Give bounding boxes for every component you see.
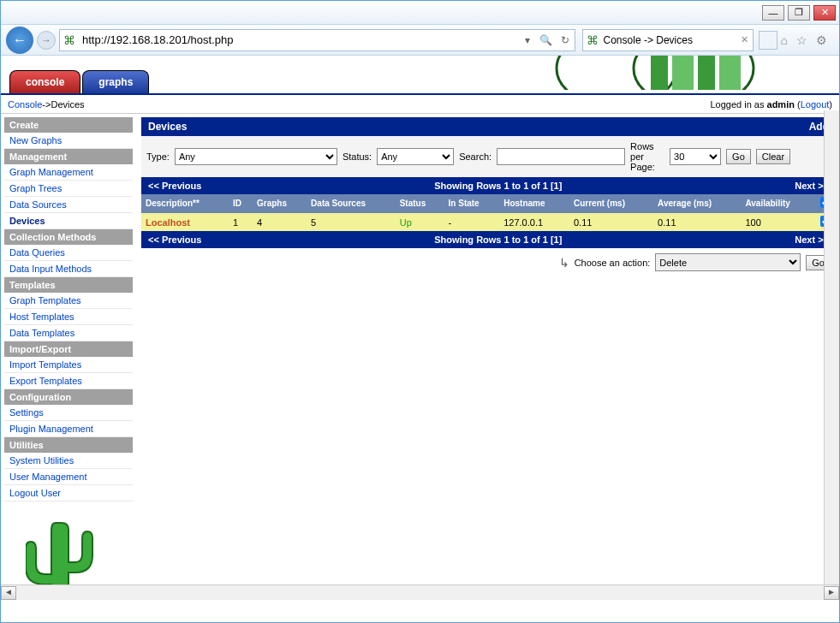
url-dropdown-icon[interactable]: ▾ bbox=[518, 34, 537, 46]
scroll-left-icon[interactable]: ◄ bbox=[1, 586, 16, 600]
search-icon[interactable]: 🔍 bbox=[537, 34, 556, 46]
browser-toolbar: ← → ⌘ ▾ 🔍 ↻ ⌘ Console -> Devices ✕ ⌂ ☆ ⚙ bbox=[1, 25, 839, 56]
action-row: ↳ Choose an action: Delete Go bbox=[141, 248, 836, 276]
table-row[interactable]: Localhost145Up-127.0.0.10.110.11100 bbox=[141, 213, 836, 231]
back-button[interactable]: ← bbox=[6, 27, 33, 54]
col-hostname[interactable]: Hostname bbox=[499, 194, 569, 213]
sidebar-item-user-management[interactable]: User Management bbox=[4, 469, 133, 485]
table-header-row: Description** ID Graphs Data Sources Sta… bbox=[141, 194, 836, 213]
svg-rect-5 bbox=[719, 56, 741, 90]
horizontal-scrollbar[interactable]: ◄ ► bbox=[1, 584, 839, 600]
sidebar-item-export-templates[interactable]: Export Templates bbox=[4, 373, 133, 389]
sidebar-item-system-utilities[interactable]: System Utilities bbox=[4, 453, 133, 469]
sidebar-item-data-input-methods[interactable]: Data Input Methods bbox=[4, 261, 133, 277]
sidebar-item-data-queries[interactable]: Data Queries bbox=[4, 245, 133, 261]
sidebar-item-new-graphs[interactable]: New Graphs bbox=[4, 133, 133, 149]
sidebar-item-devices[interactable]: Devices bbox=[4, 213, 133, 229]
search-label: Search: bbox=[459, 151, 491, 162]
browser-tab[interactable]: ⌘ Console -> Devices ✕ bbox=[582, 29, 754, 51]
logout-link[interactable]: Logout bbox=[801, 99, 830, 110]
type-label: Type: bbox=[146, 151, 170, 162]
col-average[interactable]: Average (ms) bbox=[653, 194, 741, 213]
forward-button[interactable]: → bbox=[37, 31, 56, 50]
sidebar-section-header: Import/Export bbox=[4, 341, 133, 357]
breadcrumb: Console -> Devices Logged in as admin (L… bbox=[1, 95, 839, 114]
banner-graphic bbox=[548, 56, 788, 92]
sidebar: CreateNew GraphsManagementGraph Manageme… bbox=[4, 117, 133, 600]
section-header: Devices Add bbox=[141, 117, 836, 136]
logged-in-user: admin bbox=[767, 99, 795, 110]
device-name-link[interactable]: Localhost bbox=[141, 213, 229, 231]
sidebar-item-graph-templates[interactable]: Graph Templates bbox=[4, 293, 133, 309]
refresh-icon[interactable]: ↻ bbox=[556, 34, 575, 46]
sidebar-section-header: Utilities bbox=[4, 437, 133, 453]
sidebar-section-header: Management bbox=[4, 149, 133, 164]
sidebar-section-header: Configuration bbox=[4, 389, 133, 405]
rows-label: Rows per Page: bbox=[630, 141, 664, 172]
col-data-sources[interactable]: Data Sources bbox=[307, 194, 396, 213]
sidebar-item-graph-trees[interactable]: Graph Trees bbox=[4, 181, 133, 197]
status-select[interactable]: Any bbox=[377, 148, 454, 165]
prev-link[interactable]: << Previous bbox=[148, 181, 201, 191]
breadcrumb-console-link[interactable]: Console bbox=[8, 99, 42, 110]
maximize-button[interactable]: ❐ bbox=[788, 5, 810, 21]
url-input[interactable] bbox=[80, 30, 518, 50]
sidebar-item-data-sources[interactable]: Data Sources bbox=[4, 197, 133, 213]
vertical-scrollbar[interactable] bbox=[824, 110, 839, 584]
svg-rect-3 bbox=[672, 56, 694, 90]
close-button[interactable]: ✕ bbox=[813, 5, 836, 21]
svg-rect-4 bbox=[698, 56, 715, 90]
col-current[interactable]: Current (ms) bbox=[569, 194, 653, 213]
col-graphs[interactable]: Graphs bbox=[253, 194, 307, 213]
col-description[interactable]: Description** bbox=[141, 194, 229, 213]
col-in-state[interactable]: In State bbox=[444, 194, 500, 213]
breadcrumb-page: Devices bbox=[51, 99, 84, 110]
address-bar: ⌘ ▾ 🔍 ↻ bbox=[59, 29, 575, 51]
scroll-right-icon[interactable]: ► bbox=[824, 586, 839, 600]
minimize-button[interactable]: — bbox=[762, 5, 784, 21]
sidebar-section-header: Templates bbox=[4, 277, 133, 293]
sidebar-item-plugin-management[interactable]: Plugin Management bbox=[4, 421, 133, 437]
tab-console[interactable]: console bbox=[9, 70, 80, 93]
section-title: Devices bbox=[148, 121, 187, 133]
type-select[interactable]: Any bbox=[175, 148, 337, 165]
tab-graphs[interactable]: graphs bbox=[82, 70, 149, 93]
site-icon: ⌘ bbox=[63, 33, 77, 47]
clear-button[interactable]: Clear bbox=[756, 149, 790, 164]
pager-info-bottom: Showing Rows 1 to 1 of 1 [1] bbox=[201, 234, 795, 245]
app-banner: console graphs bbox=[1, 56, 839, 95]
sidebar-item-logout-user[interactable]: Logout User bbox=[4, 485, 133, 501]
sidebar-item-import-templates[interactable]: Import Templates bbox=[4, 357, 133, 373]
sidebar-item-settings[interactable]: Settings bbox=[4, 405, 133, 421]
tab-close-icon[interactable]: ✕ bbox=[737, 34, 753, 45]
go-button[interactable]: Go bbox=[726, 149, 751, 164]
sidebar-section-header: Collection Methods bbox=[4, 229, 133, 245]
devices-table: Description** ID Graphs Data Sources Sta… bbox=[141, 194, 836, 231]
pager-info: Showing Rows 1 to 1 of 1 [1] bbox=[201, 181, 795, 191]
action-select[interactable]: Delete bbox=[655, 253, 801, 271]
new-tab-button[interactable] bbox=[759, 31, 777, 50]
window-titlebar: — ❐ ✕ bbox=[1, 1, 839, 25]
arrow-indicator-icon: ↳ bbox=[559, 256, 569, 270]
pager-bottom: << Previous Showing Rows 1 to 1 of 1 [1]… bbox=[141, 231, 836, 248]
col-status[interactable]: Status bbox=[396, 194, 444, 213]
filter-bar: Type: Any Status: Any Search: Rows per P… bbox=[141, 136, 836, 177]
sidebar-item-data-templates[interactable]: Data Templates bbox=[4, 325, 133, 341]
pager-top: << Previous Showing Rows 1 to 1 of 1 [1]… bbox=[141, 177, 836, 194]
rows-select[interactable]: 30 bbox=[670, 148, 721, 165]
sidebar-item-graph-management[interactable]: Graph Management bbox=[4, 164, 133, 181]
status-label: Status: bbox=[343, 151, 372, 162]
home-icon[interactable]: ⌂ bbox=[781, 33, 788, 47]
favorites-icon[interactable]: ☆ bbox=[796, 33, 807, 47]
col-availability[interactable]: Availability bbox=[741, 194, 816, 213]
col-id[interactable]: ID bbox=[229, 194, 253, 213]
svg-rect-2 bbox=[651, 56, 668, 90]
tab-title: Console -> Devices bbox=[604, 34, 737, 46]
tab-favicon: ⌘ bbox=[587, 33, 600, 47]
search-input[interactable] bbox=[497, 148, 625, 165]
sidebar-item-host-templates[interactable]: Host Templates bbox=[4, 309, 133, 325]
prev-link-bottom[interactable]: << Previous bbox=[148, 234, 201, 245]
settings-icon[interactable]: ⚙ bbox=[816, 33, 827, 47]
logged-in-label: Logged in as bbox=[710, 99, 766, 110]
breadcrumb-sep: -> bbox=[42, 99, 51, 110]
